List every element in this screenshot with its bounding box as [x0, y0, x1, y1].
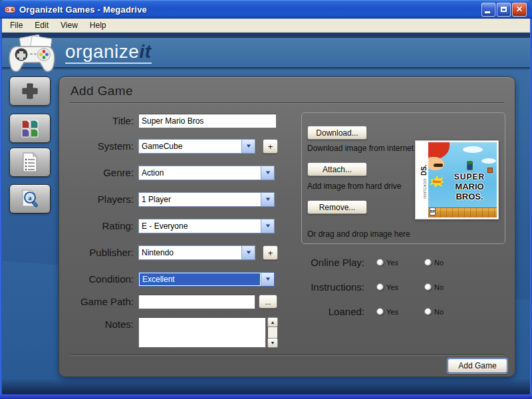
instructions-yes-label: Yes — [386, 283, 398, 292]
new-badge: New — [430, 176, 444, 188]
luigi-figure — [467, 161, 473, 170]
minimize-icon — [485, 11, 490, 13]
games-collection-icon — [20, 118, 40, 138]
title-input[interactable] — [138, 114, 277, 128]
app-icon — [4, 4, 16, 15]
notes-label: Notes: — [59, 317, 134, 332]
system-value: GameCube — [139, 140, 241, 153]
publisher-label: Publisher: — [59, 245, 134, 260]
esrb-rating: RP — [430, 207, 436, 215]
maximize-icon — [501, 7, 507, 12]
menu-view[interactable]: View — [55, 19, 84, 31]
instructions-yes-radio[interactable] — [376, 283, 384, 291]
players-value: 1 Player — [139, 193, 261, 206]
arrow-down-icon: ▼ — [271, 340, 275, 345]
attach-button[interactable]: Attach... — [307, 162, 367, 176]
system-dropdown-button[interactable]: ▼ — [241, 140, 255, 153]
plus-icon — [20, 81, 40, 101]
publisher-select[interactable]: Nintendo ▼ — [138, 245, 255, 260]
download-hint: Download image from internet — [307, 144, 414, 153]
minimize-button[interactable] — [481, 3, 495, 17]
question-block — [487, 168, 493, 173]
menu-edit[interactable]: Edit — [29, 19, 55, 31]
cloud-shape — [481, 158, 496, 164]
close-button[interactable]: ✕ — [512, 3, 527, 17]
genre-label: Genre: — [59, 166, 134, 180]
condition-select[interactable]: Excellent ▼ — [138, 272, 275, 287]
maximize-button[interactable] — [497, 3, 511, 17]
sidebar-list-button[interactable] — [9, 148, 51, 177]
notes-textarea[interactable] — [138, 317, 266, 348]
search-icon: a — [19, 188, 41, 209]
loaned-yes-radio[interactable] — [376, 308, 384, 315]
heading-divider — [70, 102, 504, 104]
condition-label: Condition: — [59, 272, 134, 287]
instructions-no-radio[interactable] — [424, 283, 432, 291]
remove-button[interactable]: Remove... — [307, 200, 367, 214]
cover-title: SUPER MARIO BROS. — [443, 173, 496, 202]
chevron-down-icon: ▼ — [264, 170, 271, 176]
image-groupbox: Download... Download image from internet… — [301, 112, 505, 244]
scroll-down-button[interactable]: ▼ — [267, 338, 278, 348]
loaned-no-radio[interactable] — [424, 308, 432, 315]
mario-mustache — [434, 164, 443, 167]
game-path-label: Game Path: — [59, 295, 134, 309]
system-label: System: — [59, 139, 134, 154]
chevron-down-icon: ▼ — [264, 197, 271, 202]
title-label: Title: — [59, 114, 134, 128]
rating-select[interactable]: E - Everyone ▼ — [138, 219, 275, 233]
add-game-panel: Add Game Title: System: GameCube ▼ + Gen… — [59, 76, 515, 377]
chevron-down-icon: ▼ — [264, 277, 271, 282]
loaned-label: Loaned: — [259, 307, 364, 317]
loaned-no-label: No — [434, 308, 444, 317]
download-button[interactable]: Download... — [307, 126, 367, 140]
bottom-shadow — [0, 378, 532, 394]
sidebar-search-button[interactable]: a — [9, 184, 51, 213]
logo-main: organize — [65, 41, 139, 62]
genre-dropdown-button[interactable]: ▼ — [261, 166, 274, 180]
online-play-no-label: No — [434, 259, 444, 267]
cloud-shape — [463, 146, 483, 153]
rating-dropdown-button[interactable]: ▼ — [261, 219, 274, 233]
chevron-down-icon: ▼ — [264, 223, 271, 229]
online-play-label: Online Play: — [259, 257, 364, 268]
sidebar-collection-button[interactable] — [9, 114, 51, 143]
window-title: OrganizeIt Games - Megadrive — [19, 5, 147, 15]
notes-scrollbar[interactable]: ▲ ▼ — [267, 317, 278, 348]
publisher-dropdown-button[interactable]: ▼ — [241, 246, 255, 259]
genre-value: Action — [139, 166, 261, 180]
online-play-yes-radio[interactable] — [376, 259, 384, 266]
game-path-input[interactable] — [138, 295, 255, 309]
scroll-track[interactable] — [268, 327, 277, 338]
drag-drop-hint: Or drag and drop image here — [307, 229, 410, 239]
cover-art: New SUPER MARIO BROS. RP — [428, 142, 497, 217]
game-cover-image: NINTENDO DS. New SUPER MARIO BROS. RP — [415, 140, 499, 219]
menubar: File Edit View Help — [0, 19, 532, 33]
system-select[interactable]: GameCube ▼ — [138, 139, 255, 154]
menu-file[interactable]: File — [4, 19, 29, 31]
cover-spine: NINTENDO DS. — [417, 142, 428, 217]
cover-ground — [428, 207, 497, 217]
genre-select[interactable]: Action ▼ — [138, 166, 275, 180]
rating-label: Rating: — [59, 219, 134, 233]
system-add-button[interactable]: + — [263, 139, 278, 154]
instructions-label: Instructions: — [259, 282, 364, 293]
players-dropdown-button[interactable]: ▼ — [261, 193, 274, 206]
online-play-no-radio[interactable] — [424, 259, 432, 266]
sidebar-add-game-button[interactable] — [9, 76, 51, 106]
scroll-up-button[interactable]: ▲ — [267, 317, 278, 327]
rating-value: E - Everyone — [139, 219, 261, 233]
players-select[interactable]: 1 Player ▼ — [138, 192, 275, 207]
attach-hint: Add image from hard drive — [307, 182, 401, 191]
condition-value: Excellent — [140, 273, 260, 285]
window-border-left — [0, 19, 2, 399]
titlebar[interactable]: OrganizeIt Games - Megadrive ✕ — [0, 0, 532, 19]
platform-model: DS. — [420, 164, 428, 176]
loaned-yes-label: Yes — [386, 308, 398, 317]
add-game-button[interactable]: Add Game — [448, 358, 507, 373]
chevron-down-icon: ▼ — [245, 144, 251, 149]
menu-help[interactable]: Help — [84, 19, 112, 31]
brand-area: organizeit — [7, 35, 152, 76]
online-play-yes-label: Yes — [386, 259, 398, 267]
players-label: Players: — [59, 192, 134, 207]
